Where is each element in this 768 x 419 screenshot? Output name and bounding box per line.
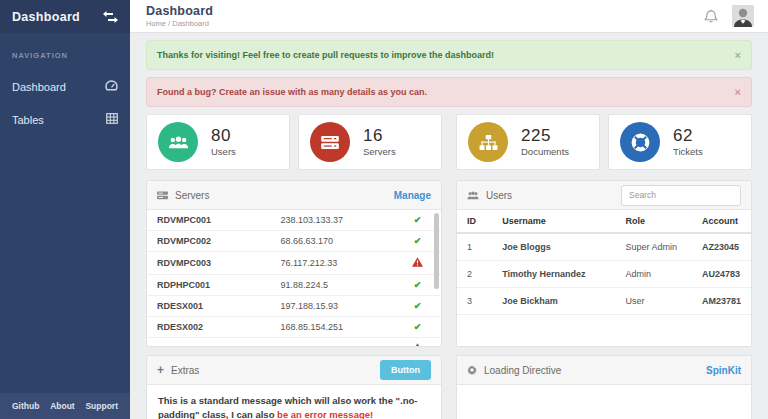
server-name: RDVMPC003 [147, 252, 270, 275]
search-input[interactable] [621, 185, 741, 206]
sidebar-nav-label: NAVIGATION [0, 33, 130, 70]
server-name: RDPHPC001 [147, 275, 270, 296]
stats-row: 80 Users 16 Servers [146, 114, 752, 170]
users-icon [158, 122, 198, 162]
user-name: Joe Bickham [492, 288, 615, 315]
stat-value: 80 [211, 127, 236, 146]
content: Thanks for visiting! Feel free to create… [130, 33, 768, 419]
scrollbar[interactable] [434, 213, 439, 289]
sidebar-item-label: Tables [12, 114, 44, 126]
bell-icon[interactable] [704, 9, 718, 24]
user-row: 2Timothy HernandezAdminAU24783 [457, 261, 751, 288]
gear-icon [467, 365, 477, 375]
sitemap-icon [468, 122, 508, 162]
server-ip: 76.117.212.33 [270, 252, 393, 275]
server-row: RDVMPC00268.66.63.170✔ [147, 231, 441, 252]
user-role: User [616, 288, 692, 315]
server-row: RDESX001197.188.15.93✔ [147, 296, 441, 317]
users-panel-header: Users [457, 181, 751, 210]
support-link[interactable]: Support [85, 401, 118, 411]
user-id: 2 [457, 261, 492, 288]
servers-panel: Servers Manage RDVMPC001238.103.133.37✔R… [146, 180, 442, 347]
server-name: RDESX002 [147, 317, 270, 338]
server-row: RDESX002168.85.154.251✔ [147, 317, 441, 338]
user-id: 3 [457, 288, 492, 315]
server-name: RDESX001 [147, 296, 270, 317]
check-icon: ✔ [394, 317, 441, 338]
panel-title: Users [486, 190, 512, 201]
manage-link[interactable]: Manage [394, 190, 431, 201]
check-icon: ✔ [394, 296, 441, 317]
server-ip: 238.103.133.37 [270, 210, 393, 231]
sidebar-item-tables[interactable]: Tables [0, 103, 130, 136]
stat-card-servers: 16 Servers [298, 114, 442, 170]
stat-label: Documents [521, 146, 569, 157]
alert-success: Thanks for visiting! Feel free to create… [146, 40, 752, 70]
stat-value: 62 [673, 127, 703, 146]
users-icon [467, 191, 479, 200]
stats-right: 225 Documents 62 Tickets [456, 114, 752, 170]
server-icon [157, 191, 168, 200]
extras-button[interactable]: Button [380, 360, 431, 380]
server-name: RDVMPC002 [147, 231, 270, 252]
sidebar-spacer [0, 136, 130, 393]
about-link[interactable]: About [50, 401, 75, 411]
user-account: AM23781 [692, 288, 751, 315]
close-icon[interactable]: × [735, 86, 741, 98]
stat-meta: 62 Tickets [673, 127, 703, 158]
app-window: Dashboard NAVIGATION Dashboard Tables Gi… [0, 0, 768, 419]
main-area: Dashboard Home / Dashboard Thanks for vi… [130, 0, 768, 419]
col-role: Role [616, 210, 692, 233]
stat-label: Users [211, 146, 236, 157]
server-row: RDESX003209.25.191.61 [147, 338, 441, 347]
server-ip: 209.25.191.61 [270, 338, 393, 347]
user-name: Timothy Hernandez [492, 261, 615, 288]
topbar: Dashboard Home / Dashboard [130, 0, 768, 33]
servers-panel-header: Servers Manage [147, 181, 441, 210]
user-row: 1Joe BloggsSuper AdminAZ23045 [457, 233, 751, 261]
stat-meta: 16 Servers [363, 127, 396, 158]
stat-label: Tickets [673, 146, 703, 157]
topbar-right [704, 5, 754, 27]
github-link[interactable]: Github [12, 401, 39, 411]
avatar[interactable] [732, 5, 754, 27]
stat-meta: 80 Users [211, 127, 236, 158]
extras-panel-header: + Extras Button [147, 356, 441, 385]
sidebar-item-dashboard[interactable]: Dashboard [0, 70, 130, 103]
server-row: RDPHPC00191.88.224.5✔ [147, 275, 441, 296]
page-title: Dashboard [146, 4, 213, 18]
col-username: Username [492, 210, 615, 233]
panel-title: Extras [171, 365, 199, 376]
users-table-header: ID Username Role Account [457, 210, 751, 233]
col-id: ID [457, 210, 492, 233]
sidebar-toggle-icon[interactable] [103, 11, 118, 23]
server-row: RDVMPC001238.103.133.37✔ [147, 210, 441, 231]
user-id: 1 [457, 233, 492, 261]
stat-card-users: 80 Users [146, 114, 290, 170]
sidebar-header: Dashboard [0, 0, 130, 33]
stat-card-tickets: 62 Tickets [608, 114, 752, 170]
user-account: AZ23045 [692, 233, 751, 261]
stat-value: 225 [521, 127, 569, 146]
server-ip: 68.66.63.170 [270, 231, 393, 252]
topbar-left: Dashboard Home / Dashboard [146, 4, 213, 28]
user-account: AU24783 [692, 261, 751, 288]
sidebar-item-label: Dashboard [12, 81, 66, 93]
stat-meta: 225 Documents [521, 127, 569, 158]
col-account: Account [692, 210, 751, 233]
server-ip: 197.188.15.93 [270, 296, 393, 317]
users-panel: Users ID Username Role Account 1J [456, 180, 752, 347]
servers-list: RDVMPC001238.103.133.37✔RDVMPC00268.66.6… [147, 210, 441, 346]
sidebar-footer: Github About Support [0, 393, 130, 419]
close-icon[interactable]: × [735, 49, 741, 61]
alert-danger: Found a bug? Create an issue with as man… [146, 77, 752, 107]
breadcrumb: Home / Dashboard [146, 19, 213, 28]
gauge-icon [105, 80, 118, 93]
spinkit-link[interactable]: SpinKit [706, 365, 741, 376]
alert-success-text: Thanks for visiting! Feel free to create… [157, 50, 494, 60]
sidebar: Dashboard NAVIGATION Dashboard Tables Gi… [0, 0, 130, 419]
stat-value: 16 [363, 127, 396, 146]
server-name: RDVMPC001 [147, 210, 270, 231]
server-ip: 91.88.224.5 [270, 275, 393, 296]
table-icon [106, 113, 118, 126]
